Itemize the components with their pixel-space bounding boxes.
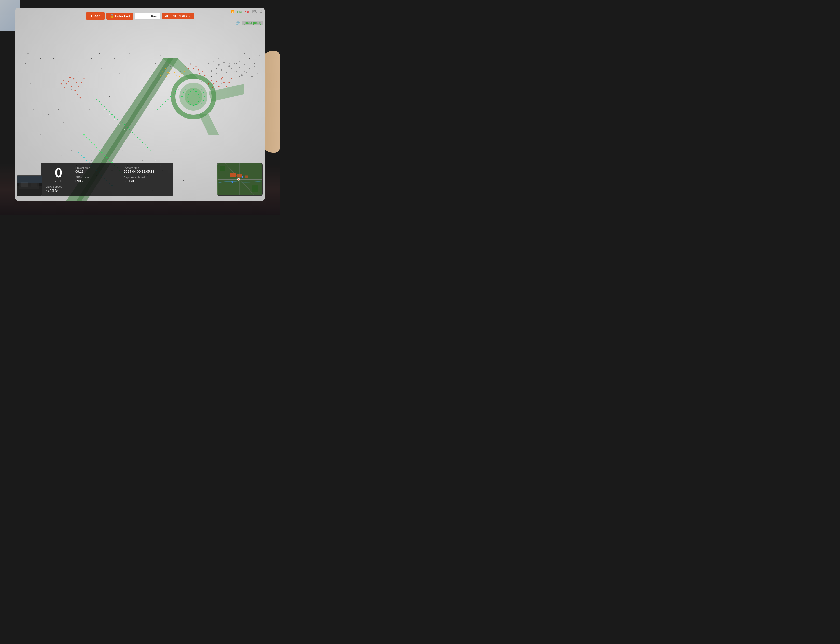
svg-point-31 — [145, 53, 145, 54]
svg-point-160 — [190, 64, 191, 66]
system-time-value: 2024-04-09 12:05:38 — [124, 170, 168, 174]
svg-point-92 — [219, 58, 219, 59]
svg-point-64 — [91, 160, 92, 161]
svg-point-83 — [41, 58, 41, 59]
svg-point-175 — [78, 86, 79, 87]
svg-point-186 — [212, 87, 213, 88]
svg-point-102 — [224, 74, 224, 74]
svg-point-103 — [229, 79, 229, 79]
svg-point-224 — [150, 155, 151, 156]
svg-point-40 — [191, 63, 191, 64]
svg-point-67 — [107, 155, 107, 155]
camera-preview — [17, 176, 42, 196]
svg-point-169 — [63, 80, 64, 80]
svg-point-47 — [226, 74, 227, 74]
svg-point-144 — [203, 92, 204, 94]
svg-point-131 — [196, 91, 196, 92]
svg-point-256 — [109, 160, 110, 161]
svg-point-4 — [53, 58, 54, 59]
main-screen: Clear 🔓 Unlocked Pan ALT-INTENSITY ▼ 📶 5… — [15, 8, 265, 201]
svg-point-170 — [61, 84, 62, 85]
svg-point-237 — [239, 67, 240, 68]
speed-display: 0 km/h — [46, 166, 71, 183]
svg-point-192 — [231, 78, 232, 79]
battery-status: 54% — [237, 10, 242, 13]
svg-point-16 — [91, 58, 92, 59]
svg-point-172 — [73, 78, 74, 80]
clear-button[interactable]: Clear — [86, 13, 105, 20]
speed-unit: km/h — [55, 179, 62, 183]
svg-point-134 — [198, 101, 199, 102]
svg-point-265 — [89, 140, 90, 141]
svg-point-86 — [38, 96, 38, 97]
svg-point-52 — [252, 84, 252, 84]
svg-point-150 — [162, 104, 163, 105]
svg-point-216 — [84, 157, 84, 158]
ap5-space-block: AP5 space 590.2 G — [75, 176, 120, 183]
lock-icon: 🔓 — [110, 14, 114, 18]
svg-point-222 — [140, 145, 140, 146]
svg-point-176 — [81, 82, 82, 84]
svg-point-149 — [160, 106, 161, 107]
alt-intensity-button[interactable]: ALT-INTENSITY ▼ — [162, 13, 194, 19]
svg-point-27 — [125, 89, 125, 89]
svg-point-247 — [241, 74, 242, 76]
svg-point-57 — [56, 140, 56, 140]
pan-button[interactable]: Pan — [148, 13, 160, 19]
svg-point-81 — [178, 165, 178, 166]
svg-point-140 — [181, 96, 183, 97]
svg-point-245 — [231, 68, 232, 69]
svg-point-251 — [96, 147, 97, 148]
system-time-block: System time 2024-04-09 12:05:38 — [124, 166, 168, 174]
svg-point-189 — [222, 77, 224, 78]
svg-point-107 — [122, 122, 123, 123]
signal-icon: 📶 — [231, 10, 235, 13]
svg-point-45 — [216, 68, 217, 69]
svg-point-168 — [71, 86, 72, 87]
svg-point-14 — [79, 71, 79, 72]
svg-point-37 — [175, 79, 176, 79]
svg-point-129 — [190, 91, 191, 92]
svg-point-158 — [196, 66, 196, 67]
settings-icon[interactable]: ⚙ — [259, 10, 263, 14]
svg-point-124 — [104, 106, 105, 107]
svg-point-21 — [94, 119, 94, 120]
svg-point-58 — [61, 155, 62, 156]
svg-point-153 — [170, 96, 171, 97]
svg-point-38 — [181, 71, 181, 72]
svg-point-139 — [186, 97, 188, 99]
svg-point-198 — [169, 73, 170, 74]
svg-point-230 — [119, 124, 120, 125]
svg-point-136 — [193, 105, 194, 106]
svg-point-36 — [170, 66, 171, 67]
svg-point-145 — [204, 96, 206, 97]
svg-point-196 — [160, 74, 161, 76]
svg-point-123 — [106, 109, 107, 110]
svg-point-99 — [254, 63, 255, 64]
svg-point-165 — [204, 74, 206, 76]
svg-point-44 — [211, 76, 212, 77]
svg-point-266 — [86, 137, 87, 138]
svg-point-215 — [86, 160, 87, 161]
svg-point-91 — [23, 79, 23, 79]
svg-point-51 — [247, 68, 247, 69]
mini-map-svg — [217, 163, 262, 196]
svg-point-217 — [81, 154, 82, 156]
svg-point-200 — [174, 72, 175, 73]
svg-point-203 — [181, 73, 183, 74]
unlocked-label: Unlocked — [115, 14, 130, 18]
captured-missed-value: 3530/0 — [124, 179, 168, 183]
svg-point-46 — [221, 84, 222, 84]
svg-point-246 — [236, 71, 237, 72]
svg-point-178 — [74, 90, 76, 91]
unlocked-button[interactable]: 🔓 Unlocked — [106, 13, 133, 20]
svg-point-125 — [101, 104, 102, 105]
svg-point-221 — [135, 140, 135, 140]
svg-point-100 — [259, 56, 260, 56]
svg-point-191 — [229, 82, 230, 84]
svg-point-250 — [257, 73, 258, 74]
svg-point-22 — [99, 53, 100, 54]
pan-input[interactable] — [135, 13, 148, 19]
svg-point-28 — [130, 53, 130, 54]
svg-point-43 — [206, 66, 206, 66]
